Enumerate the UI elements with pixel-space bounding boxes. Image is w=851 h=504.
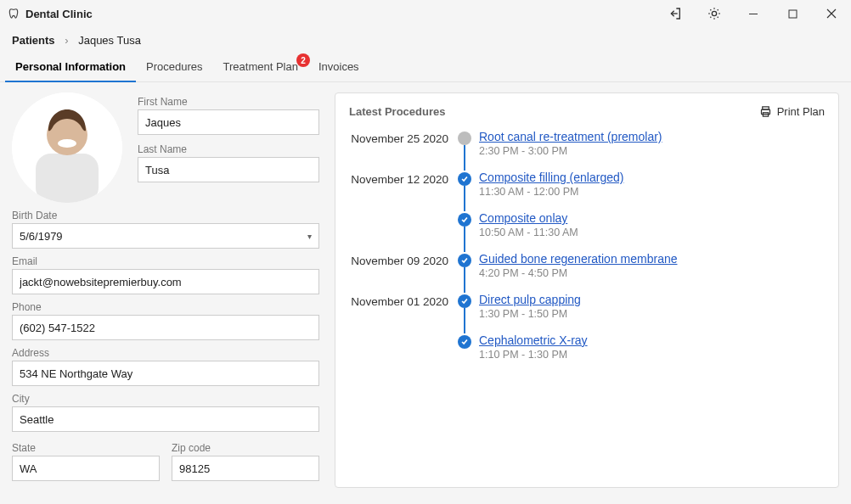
- avatar: [12, 92, 122, 203]
- birth-date-label: Birth Date: [12, 210, 319, 221]
- address-input[interactable]: [12, 361, 319, 386]
- address-label: Address: [12, 347, 319, 359]
- timeline-date: [349, 333, 455, 334]
- timeline-date: November 25 2020: [349, 130, 455, 148]
- maximize-button[interactable]: [773, 0, 812, 27]
- timeline-connector: [464, 227, 465, 252]
- tab-label: Treatment Plan: [223, 60, 298, 73]
- zip-input[interactable]: [172, 456, 319, 481]
- logout-icon[interactable]: [656, 0, 695, 27]
- timeline: November 25 2020Root canal re-treatment …: [349, 130, 825, 371]
- last-name-input[interactable]: [138, 157, 319, 182]
- procedure-link[interactable]: Composite filling (enlarged): [479, 171, 825, 184]
- procedure-link[interactable]: Cephalometric X-ray: [479, 333, 825, 347]
- chevron-right-icon: ›: [58, 34, 75, 47]
- print-plan-label: Print Plan: [777, 105, 825, 118]
- svg-rect-1: [749, 14, 758, 14]
- procedure-link[interactable]: Direct pulp capping: [479, 293, 825, 306]
- zip-label: Zip code: [172, 442, 319, 454]
- check-circle-icon: [458, 254, 471, 267]
- timeline-connector: [464, 186, 465, 211]
- latest-procedures-panel: Latest Procedures Print Plan November 25…: [335, 92, 839, 488]
- breadcrumb-current: Jaques Tusa: [78, 34, 141, 47]
- procedure-time: 1:10 PM - 1:30 PM: [479, 349, 825, 361]
- print-icon: [759, 105, 772, 118]
- procedure-time: 2:30 PM - 3:00 PM: [479, 145, 825, 157]
- procedure-time: 1:30 PM - 1:50 PM: [479, 308, 825, 320]
- tab-label: Invoices: [318, 60, 359, 73]
- tab-bar: Personal Information Procedures Treatmen…: [0, 52, 851, 82]
- personal-info-form: First Name Last Name Birth Date 5/6/1979…: [12, 92, 319, 488]
- timeline-connector: [464, 267, 465, 293]
- timeline-date: November 01 2020: [349, 293, 455, 311]
- timeline-item: November 25 2020Root canal re-treatment …: [349, 130, 825, 171]
- procedure-time: 10:50 AM - 11:30 AM: [479, 227, 825, 238]
- pending-dot-icon: [458, 132, 471, 145]
- tab-treatment-plan[interactable]: Treatment Plan 2: [213, 52, 308, 81]
- svg-rect-2: [789, 10, 797, 18]
- check-circle-icon: [458, 213, 471, 227]
- city-label: City: [12, 393, 319, 405]
- svg-point-6: [58, 139, 76, 148]
- timeline-item: November 12 2020Composite filling (enlar…: [349, 171, 825, 211]
- birth-date-value: 5/6/1979: [20, 230, 63, 243]
- phone-input[interactable]: [12, 315, 319, 340]
- procedure-link[interactable]: Composite onlay: [479, 211, 825, 225]
- timeline-item: Cephalometric X-ray1:10 PM - 1:30 PM: [349, 333, 825, 371]
- app-icon: [7, 7, 20, 20]
- phone-label: Phone: [12, 301, 319, 313]
- birth-date-picker[interactable]: 5/6/1979 ▾: [12, 223, 319, 249]
- tab-label: Personal Information: [15, 60, 126, 73]
- theme-icon[interactable]: [695, 0, 734, 27]
- procedure-time: 11:30 AM - 12:00 PM: [479, 186, 825, 198]
- email-label: Email: [12, 255, 319, 267]
- timeline-date: [349, 211, 455, 212]
- timeline-connector: [464, 308, 465, 333]
- last-name-label: Last Name: [138, 143, 319, 155]
- timeline-date: November 09 2020: [349, 252, 455, 270]
- timeline-item: Composite onlay10:50 AM - 11:30 AM: [349, 211, 825, 252]
- procedure-link[interactable]: Guided bone regeneration membrane: [479, 252, 825, 266]
- procedure-time: 4:20 PM - 4:50 PM: [479, 267, 825, 279]
- check-circle-icon: [458, 294, 471, 308]
- check-circle-icon: [458, 335, 471, 349]
- state-label: State: [12, 442, 160, 454]
- chevron-down-icon: ▾: [307, 232, 312, 241]
- email-input[interactable]: [12, 269, 319, 294]
- print-plan-button[interactable]: Print Plan: [759, 105, 825, 118]
- tab-procedures[interactable]: Procedures: [136, 52, 212, 81]
- svg-rect-4: [36, 154, 99, 203]
- close-button[interactable]: [812, 0, 851, 27]
- timeline-item: November 09 2020Guided bone regeneration…: [349, 252, 825, 293]
- procedure-link[interactable]: Root canal re-treatment (premolar): [479, 130, 825, 143]
- city-input[interactable]: [12, 406, 319, 432]
- timeline-item: November 01 2020Direct pulp capping1:30 …: [349, 293, 825, 333]
- timeline-date: November 12 2020: [349, 171, 455, 188]
- tab-label: Procedures: [146, 60, 202, 73]
- timeline-connector: [464, 145, 465, 171]
- first-name-input[interactable]: [138, 109, 319, 135]
- check-circle-icon: [458, 172, 471, 186]
- title-bar: Dental Clinic: [0, 0, 851, 27]
- app-title: Dental Clinic: [25, 8, 93, 20]
- breadcrumb-root[interactable]: Patients: [12, 34, 55, 47]
- svg-point-0: [712, 11, 716, 15]
- breadcrumb: Patients › Jaques Tusa: [0, 27, 851, 52]
- tab-invoices[interactable]: Invoices: [308, 52, 369, 81]
- first-name-label: First Name: [138, 96, 319, 108]
- panel-title: Latest Procedures: [349, 105, 445, 118]
- state-input[interactable]: [12, 456, 160, 481]
- tab-personal-information[interactable]: Personal Information: [5, 52, 136, 81]
- minimize-button[interactable]: [734, 0, 773, 27]
